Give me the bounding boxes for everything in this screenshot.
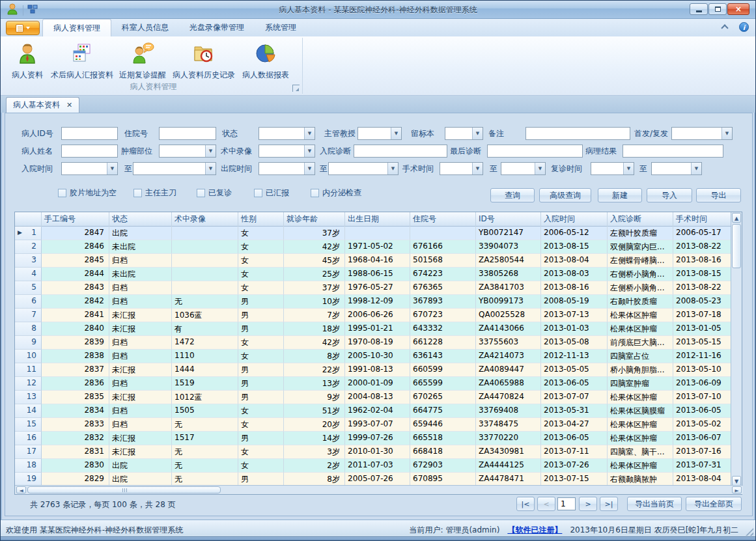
table-row[interactable]: 1▶2847出院女37岁YB00721472006-05-12左额叶胶质瘤200… (15, 227, 742, 240)
table-cell[interactable]: 2013-05-08 (541, 336, 608, 350)
filter-input[interactable] (623, 145, 723, 158)
table-cell[interactable]: 2013-07-10 (673, 391, 732, 404)
table-cell[interactable]: YB0072147 (476, 227, 541, 240)
scroll-down-icon[interactable]: ▼ (732, 476, 741, 486)
table-cell[interactable]: 无 (172, 295, 238, 309)
filter-combo[interactable]: ▼ (651, 162, 702, 175)
table-cell[interactable]: 33904073 (476, 240, 541, 254)
row-header[interactable]: 10 (15, 350, 42, 363)
table-cell[interactable]: 636143 (410, 350, 476, 363)
table-cell[interactable]: 20岁 (284, 418, 345, 432)
table-cell[interactable]: 2012-11-16 (673, 350, 732, 363)
scroll-left-icon[interactable]: ◄ (16, 486, 26, 493)
table-cell[interactable]: 2835 (42, 391, 109, 404)
table-cell[interactable]: 女 (238, 459, 284, 473)
table-cell[interactable]: 女 (238, 336, 284, 350)
checkbox-icon[interactable] (133, 189, 142, 197)
table-cell[interactable]: 男 (238, 309, 284, 322)
table-cell[interactable]: 3岁 (284, 445, 345, 459)
table-cell[interactable]: 643332 (410, 322, 476, 336)
checkbox-3[interactable]: 已复诊 (197, 187, 232, 199)
table-row[interactable]: 172831未汇报无女3岁2010-01-30668418ZA343098120… (15, 445, 742, 459)
table-cell[interactable]: 2013-01-05 (673, 322, 732, 336)
table-cell[interactable]: 右颞叶胶质瘤 (608, 295, 673, 309)
row-header[interactable]: 11 (15, 363, 42, 377)
table-row[interactable]: 132835未汇报1012蓝男9岁2004-08-13670265ZA44708… (15, 391, 742, 404)
table-cell[interactable]: 四脑室、脑干... (608, 445, 673, 459)
filter-field-input[interactable] (501, 163, 535, 174)
table-cell[interactable]: QA0025528 (476, 309, 541, 322)
resize-grip[interactable] (746, 528, 753, 536)
row-header[interactable]: 3 (15, 254, 42, 268)
column-header[interactable]: 入院诊断 (608, 212, 673, 227)
table-cell[interactable]: 2013-05-02 (673, 418, 732, 432)
filter-combo[interactable]: ▼ (133, 162, 216, 175)
table-cell[interactable]: 无 (172, 445, 238, 459)
filter-input[interactable] (61, 127, 118, 140)
dropdown-arrow-icon[interactable]: ▼ (691, 163, 701, 174)
table-cell[interactable]: 2837 (42, 363, 109, 377)
table-cell[interactable]: 672903 (410, 459, 476, 473)
row-header[interactable]: 1▶ (15, 227, 42, 240)
column-header[interactable]: 状态 (109, 212, 172, 227)
table-cell[interactable] (172, 281, 238, 295)
dropdown-arrow-icon[interactable]: ▼ (472, 128, 483, 139)
filter-combo[interactable]: ▼ (328, 162, 399, 175)
table-cell[interactable]: 2845 (42, 254, 109, 268)
table-cell[interactable]: 25岁 (284, 268, 345, 281)
filter-combo[interactable]: ▼ (159, 145, 216, 158)
column-header[interactable]: 手术时间 (673, 212, 732, 227)
table-cell[interactable]: ZA4470824 (476, 391, 541, 404)
table-cell[interactable]: 2013-07-07 (541, 391, 608, 404)
dropdown-arrow-icon[interactable]: ▼ (304, 128, 315, 139)
table-cell[interactable]: 女 (238, 268, 284, 281)
table-cell[interactable]: 四脑室占位 (608, 350, 673, 363)
table-cell[interactable]: ZA3841703 (476, 281, 541, 295)
table-cell[interactable]: 660599 (410, 363, 476, 377)
table-cell[interactable]: 未汇报 (109, 363, 172, 377)
filter-input[interactable] (159, 127, 216, 140)
table-cell[interactable]: 女 (238, 350, 284, 363)
table-cell[interactable]: 归档 (109, 377, 172, 391)
table-cell[interactable]: 女 (238, 445, 284, 459)
table-cell[interactable]: 左额叶胶质瘤 (608, 227, 673, 240)
table-cell[interactable]: 女 (238, 404, 284, 418)
table-cell[interactable]: 无 (172, 418, 238, 432)
table-cell[interactable]: 出院 (109, 473, 172, 486)
checkbox-2[interactable]: 主任主刀 (133, 187, 176, 199)
table-cell[interactable]: 37岁 (284, 227, 345, 240)
checkbox-4[interactable]: 已汇报 (254, 187, 289, 199)
dropdown-arrow-icon[interactable]: ▼ (205, 163, 216, 174)
table-cell[interactable]: 男 (238, 432, 284, 445)
table-cell[interactable]: 2005-07-26 (345, 473, 410, 486)
table-cell[interactable]: 1012蓝 (172, 391, 238, 404)
query-button[interactable]: 查询 (490, 188, 535, 202)
table-cell[interactable] (172, 240, 238, 254)
column-header[interactable]: 住院号 (410, 212, 476, 227)
table-cell[interactable]: 2013-05-31 (541, 404, 608, 418)
table-cell[interactable]: 男 (238, 391, 284, 404)
table-row[interactable]: 142834归档1505女51岁1962-02-0466477533769408… (15, 404, 742, 418)
advanced-query-button[interactable]: 高级查询 (539, 188, 591, 202)
table-cell[interactable]: ZA4214073 (476, 350, 541, 363)
table-cell[interactable]: 42岁 (284, 336, 345, 350)
filter-input[interactable] (61, 145, 118, 158)
table-cell[interactable]: 桥小脑角胆脂... (608, 363, 673, 377)
table-cell[interactable]: ZA4089447 (476, 363, 541, 377)
dropdown-arrow-icon[interactable]: ▼ (391, 128, 401, 139)
table-cell[interactable]: 1036蓝 (172, 309, 238, 322)
table-cell[interactable]: 2008-05-23 (673, 295, 732, 309)
table-cell[interactable]: 2013-06-05 (673, 404, 732, 418)
table-cell[interactable]: YB0099173 (476, 295, 541, 309)
table-cell[interactable]: 1970-08-19 (345, 336, 410, 350)
table-cell[interactable]: 2008-05-19 (541, 295, 608, 309)
table-cell[interactable]: 女 (238, 281, 284, 295)
filter-field-input[interactable] (62, 163, 107, 174)
filter-field-input[interactable] (329, 163, 387, 174)
table-row[interactable]: 152833归档无女20岁1993-07-0765944633748475201… (15, 418, 742, 432)
table-row[interactable]: 52843归档女37岁1976-05-27676365ZA38417032013… (15, 281, 742, 295)
table-cell[interactable]: 松果体区肿瘤 (608, 322, 673, 336)
table-cell[interactable]: 665599 (410, 377, 476, 391)
table-cell[interactable]: 367893 (410, 295, 476, 309)
table-cell[interactable]: 2013-08-22 (673, 240, 732, 254)
